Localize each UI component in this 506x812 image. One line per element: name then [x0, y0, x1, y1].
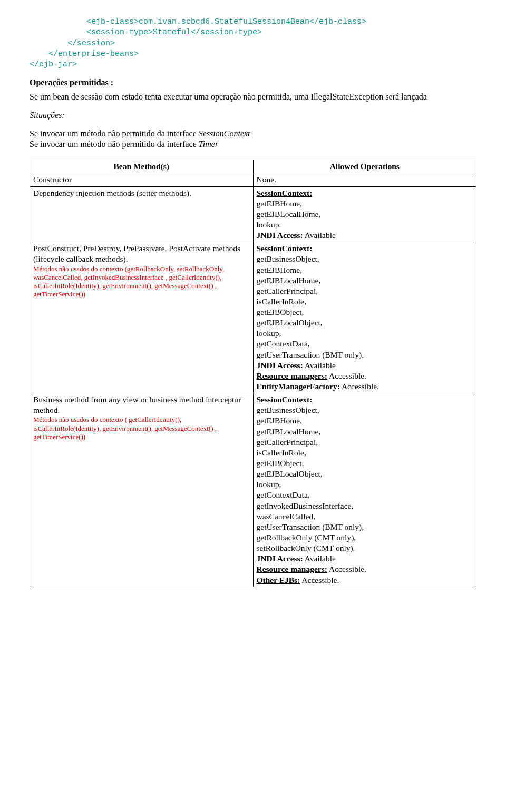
table-row: ConstructorNone.	[30, 173, 476, 186]
xml-snippet: <ejb-class>com.ivan.scbcd6.StatefulSessi…	[30, 17, 476, 70]
paragraph-operation-exception: Se um bean de sessão com estado tenta ex…	[30, 92, 476, 103]
paragraph-situacoes-list: Se invocar um método não permitido da in…	[30, 128, 476, 151]
unused-methods-note: Métodos não usados do contexto (getRollb…	[33, 265, 250, 299]
unused-methods-note: Métodos não usados do contexto ( getCall…	[33, 415, 250, 441]
heading-operacoes: Operações permitidas :	[30, 77, 476, 88]
table-header-left: Bean Method(s)	[30, 160, 254, 173]
table-cell-left: Constructor	[30, 173, 254, 186]
table-cell-right: SessionContext:getEJBHome,getEJBLocalHom…	[253, 186, 476, 242]
table-row: Dependency injection methods (setter met…	[30, 186, 476, 242]
table-cell-left: Dependency injection methods (setter met…	[30, 186, 254, 242]
allowed-operations-table: Bean Method(s) Allowed Operations Constr…	[30, 160, 476, 587]
table-cell-left: Business method from any view or busines…	[30, 393, 254, 587]
heading-situacoes: Situações:	[30, 110, 476, 121]
table-header-right: Allowed Operations	[253, 160, 476, 173]
table-cell-right: None.	[253, 173, 476, 186]
table-row: PostConstruct, PreDestroy, PrePassivate,…	[30, 242, 476, 393]
table-cell-right: SessionContext:getBusinessObject,getEJBH…	[253, 393, 476, 587]
table-row: Business method from any view or busines…	[30, 393, 476, 587]
table-cell-right: SessionContext:getBusinessObject,getEJBH…	[253, 242, 476, 393]
table-cell-left: PostConstruct, PreDestroy, PrePassivate,…	[30, 242, 254, 393]
